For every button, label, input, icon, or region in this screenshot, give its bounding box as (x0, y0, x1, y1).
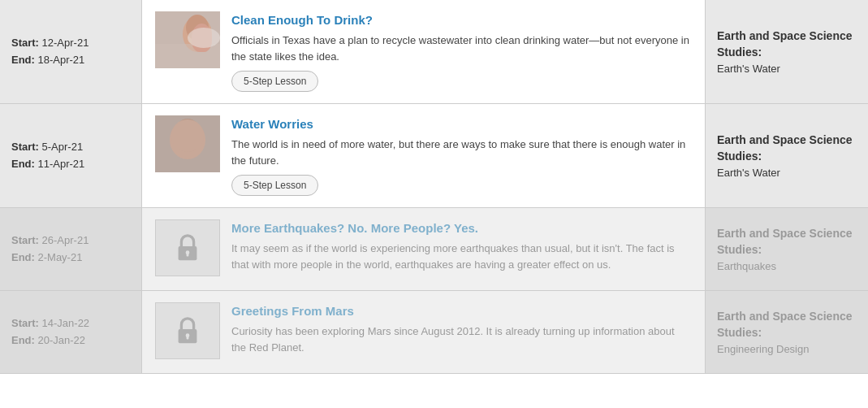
start-date: Start: 12-Apr-21 (11, 35, 130, 52)
article-title[interactable]: More Earthquakes? No. More People? Yes. (231, 219, 692, 237)
thumbnail-image (155, 115, 220, 172)
svg-point-6 (175, 119, 201, 148)
svg-point-5 (170, 120, 205, 159)
lesson-button[interactable]: 5-Step Lesson (231, 71, 318, 92)
article-info: Clean Enough To Drink?Officials in Texas… (231, 11, 692, 92)
start-date: Start: 14-Jan-22 (11, 315, 130, 332)
article-description: It may seem as if the world is experienc… (231, 241, 692, 272)
end-date: End: 20-Jan-22 (11, 332, 130, 349)
category-column: Earth and Space Science Studies:Earth's … (706, 104, 868, 207)
end-date: End: 11-Apr-21 (11, 156, 130, 173)
content-column: Greetings From MarsCuriosity has been ex… (142, 291, 706, 373)
date-column: Start: 26-Apr-21End: 2-May-21 (0, 208, 142, 290)
category-subtitle: Earth's Water (717, 63, 857, 75)
category-subtitle: Earthquakes (717, 260, 857, 272)
article-row-water-worries: Start: 5-Apr-21End: 11-Apr-21 Water Worr… (0, 104, 868, 208)
article-title[interactable]: Greetings From Mars (231, 302, 692, 319)
category-title: Earth and Space Science Studies: (717, 132, 857, 164)
category-title: Earth and Space Science Studies: (717, 309, 857, 341)
article-description: Curiosity has been exploring Mars since … (231, 323, 692, 355)
lesson-button[interactable]: 5-Step Lesson (231, 175, 318, 196)
date-column: Start: 5-Apr-21End: 11-Apr-21 (0, 104, 142, 207)
article-info: More Earthquakes? No. More People? Yes.I… (231, 219, 692, 279)
svg-rect-12 (187, 336, 189, 340)
start-label: Start: (11, 317, 39, 329)
content-column: More Earthquakes? No. More People? Yes.I… (142, 208, 706, 290)
end-label: End: (11, 54, 35, 66)
content-column: Clean Enough To Drink?Officials in Texas… (142, 0, 706, 103)
start-label: Start: (11, 234, 39, 246)
end-label: End: (11, 158, 35, 170)
article-info: Greetings From MarsCuriosity has been ex… (231, 302, 692, 362)
category-title: Earth and Space Science Studies: (717, 226, 857, 258)
article-thumbnail (155, 11, 220, 68)
svg-rect-3 (155, 44, 220, 68)
article-description: Officials in Texas have a plan to recycl… (231, 33, 692, 64)
start-date: Start: 26-Apr-21 (11, 232, 130, 250)
svg-rect-9 (187, 253, 189, 257)
article-info: Water WorriesThe world is in need of mor… (231, 115, 692, 196)
lock-icon (175, 232, 201, 263)
svg-rect-4 (155, 115, 220, 172)
end-date: End: 2-May-21 (11, 250, 130, 267)
end-label: End: (11, 251, 35, 263)
article-title[interactable]: Water Worries (231, 115, 692, 132)
category-title: Earth and Space Science Studies: (717, 28, 857, 60)
start-label: Start: (11, 141, 39, 153)
category-column: Earth and Space Science Studies:Earth's … (706, 0, 868, 103)
article-thumbnail (155, 115, 220, 172)
article-title[interactable]: Clean Enough To Drink? (231, 11, 692, 28)
date-column: Start: 12-Apr-21End: 18-Apr-21 (0, 0, 142, 103)
thumbnail-image (155, 11, 220, 68)
date-column: Start: 14-Jan-22End: 20-Jan-22 (0, 291, 142, 373)
article-row-clean-enough: Start: 12-Apr-21End: 18-Apr-21 Clean Eno… (0, 0, 868, 104)
category-column: Earth and Space Science Studies:Earthqua… (706, 208, 868, 290)
end-label: End: (11, 334, 35, 346)
category-subtitle: Engineering Design (717, 343, 857, 355)
article-description: The world is in need of more water, but … (231, 137, 692, 168)
content-column: Water WorriesThe world is in need of mor… (142, 104, 706, 207)
lock-thumbnail (155, 302, 220, 359)
start-label: Start: (11, 37, 39, 49)
category-subtitle: Earth's Water (717, 167, 857, 179)
article-row-greetings-mars: Start: 14-Jan-22End: 20-Jan-22 Greetings… (0, 291, 868, 374)
category-column: Earth and Space Science Studies:Engineer… (706, 291, 868, 373)
article-row-more-earthquakes: Start: 26-Apr-21End: 2-May-21 More Earth… (0, 208, 868, 291)
lock-thumbnail (155, 219, 220, 276)
svg-point-2 (186, 15, 209, 41)
lock-icon (175, 315, 201, 346)
end-date: End: 18-Apr-21 (11, 52, 130, 69)
start-date: Start: 5-Apr-21 (11, 139, 130, 156)
